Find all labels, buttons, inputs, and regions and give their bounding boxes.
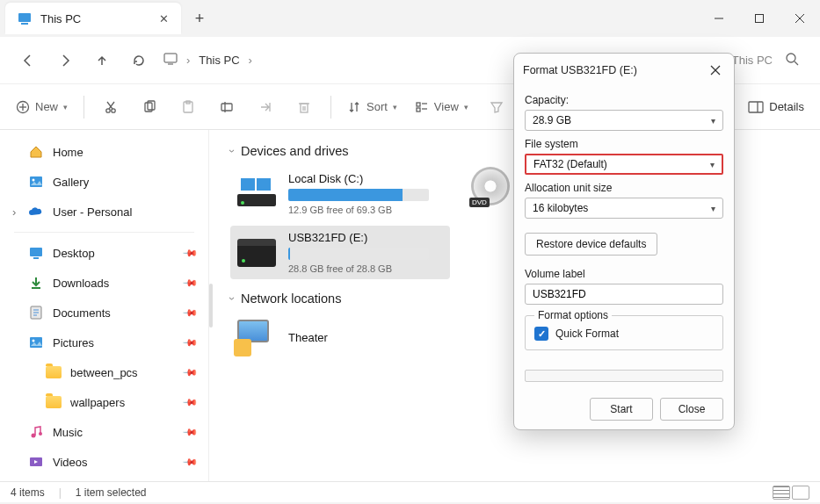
sidebar-item-pictures[interactable]: Pictures📌 bbox=[4, 328, 205, 357]
svg-point-34 bbox=[33, 179, 35, 182]
sidebar-item-wallpapers[interactable]: wallpapers📌 bbox=[4, 387, 205, 417]
cut-button[interactable] bbox=[93, 91, 128, 123]
chevron-down-icon: › bbox=[226, 297, 238, 300]
desktop-icon bbox=[28, 245, 44, 261]
tab-title: This PC bbox=[40, 12, 150, 25]
pictures-icon bbox=[28, 335, 44, 350]
svg-point-13 bbox=[106, 108, 110, 112]
usb-drive-icon bbox=[237, 239, 276, 267]
sidebar-item-music[interactable]: Music📌 bbox=[4, 417, 205, 447]
svg-point-45 bbox=[39, 432, 42, 436]
sidebar-item-home[interactable]: Home bbox=[4, 137, 205, 167]
volume-label-input[interactable] bbox=[525, 284, 723, 305]
breadcrumb-this-pc[interactable]: This PC bbox=[199, 54, 239, 67]
folder-icon bbox=[46, 364, 62, 380]
sidebar-item-between-pcs[interactable]: between_pcs📌 bbox=[4, 357, 205, 387]
sidebar-item-gallery[interactable]: Gallery bbox=[4, 167, 205, 197]
svg-rect-31 bbox=[749, 102, 763, 112]
svg-line-9 bbox=[795, 61, 798, 65]
svg-point-48 bbox=[241, 201, 244, 205]
view-grid-icon[interactable] bbox=[792, 486, 809, 500]
svg-rect-35 bbox=[30, 248, 42, 256]
chevron-down-icon: ▾ bbox=[710, 160, 715, 169]
sidebar-item-desktop[interactable]: Desktop📌 bbox=[4, 238, 205, 268]
storage-bar bbox=[288, 248, 429, 260]
pin-icon: 📌 bbox=[181, 423, 198, 440]
storage-bar bbox=[288, 189, 429, 201]
delete-button bbox=[287, 91, 322, 123]
pin-icon: 📌 bbox=[181, 304, 198, 320]
media-device-icon bbox=[237, 320, 276, 355]
forward-button[interactable] bbox=[47, 43, 83, 78]
maximize-button[interactable] bbox=[739, 0, 780, 37]
sidebar-item-documents[interactable]: Documents📌 bbox=[4, 298, 205, 328]
format-options-group: Format options Quick Format bbox=[525, 315, 723, 350]
svg-rect-28 bbox=[417, 108, 420, 112]
tab-close-icon[interactable]: ✕ bbox=[159, 12, 169, 25]
svg-point-14 bbox=[112, 108, 115, 112]
drive-local-c[interactable]: Local Disk (C:) 12.9 GB free of 69.3 GB bbox=[230, 167, 450, 220]
sidebar-item-downloads[interactable]: Downloads📌 bbox=[4, 268, 205, 298]
dialog-close-button[interactable] bbox=[706, 61, 725, 80]
gallery-icon bbox=[28, 174, 44, 190]
svg-rect-0 bbox=[18, 13, 31, 22]
svg-rect-27 bbox=[417, 103, 420, 106]
network-theater[interactable]: Theater bbox=[230, 314, 450, 360]
svg-rect-33 bbox=[30, 176, 42, 187]
filter-button bbox=[479, 91, 514, 123]
svg-rect-42 bbox=[30, 337, 42, 348]
this-pc-icon bbox=[18, 11, 32, 25]
search-icon[interactable] bbox=[774, 52, 809, 69]
pin-icon: 📌 bbox=[181, 274, 198, 291]
sort-button[interactable]: Sort▾ bbox=[340, 91, 404, 123]
format-progress bbox=[525, 370, 723, 382]
paste-button bbox=[171, 91, 206, 123]
windows-drive-icon bbox=[237, 176, 276, 208]
svg-rect-49 bbox=[241, 178, 255, 191]
rename-button[interactable] bbox=[209, 91, 244, 123]
sidebar: Home Gallery User - Personal Desktop📌 Do… bbox=[0, 130, 209, 481]
new-button[interactable]: New ▾ bbox=[9, 91, 75, 123]
tab-this-pc[interactable]: This PC ✕ bbox=[5, 3, 181, 34]
volume-label-label: Volume label bbox=[525, 268, 723, 280]
pin-icon: 📌 bbox=[181, 244, 198, 261]
close-button[interactable]: Close bbox=[660, 398, 723, 421]
filesystem-select[interactable]: FAT32 (Default)▾ bbox=[525, 154, 723, 175]
allocation-select[interactable]: 16 kilobytes▾ bbox=[525, 198, 723, 219]
minimize-button[interactable] bbox=[699, 0, 739, 37]
start-button[interactable]: Start bbox=[590, 398, 653, 421]
pin-icon: 📌 bbox=[181, 393, 198, 410]
dvd-drive-icon[interactable]: DVD bbox=[471, 167, 510, 205]
copy-button[interactable] bbox=[132, 91, 167, 123]
quick-format-checkbox[interactable]: Quick Format bbox=[534, 327, 714, 341]
svg-rect-23 bbox=[301, 104, 308, 112]
allocation-label: Allocation unit size bbox=[525, 182, 723, 194]
sidebar-item-videos[interactable]: Videos📌 bbox=[4, 447, 205, 477]
capacity-select[interactable]: 28.9 GB▾ bbox=[525, 110, 723, 131]
pin-icon: 📌 bbox=[181, 334, 198, 350]
details-pane-button[interactable]: Details bbox=[741, 91, 811, 123]
dialog-title: Format USB321FD (E:) bbox=[523, 64, 706, 76]
view-button[interactable]: View▾ bbox=[408, 91, 475, 123]
svg-rect-36 bbox=[33, 257, 39, 259]
up-button[interactable] bbox=[84, 43, 120, 78]
svg-point-8 bbox=[787, 54, 795, 62]
close-window-button[interactable] bbox=[780, 0, 820, 37]
svg-rect-1 bbox=[21, 23, 28, 25]
back-button[interactable] bbox=[11, 43, 46, 78]
folder-icon bbox=[46, 394, 62, 410]
view-list-icon[interactable] bbox=[773, 486, 790, 500]
titlebar: This PC ✕ + bbox=[0, 0, 820, 37]
new-tab-button[interactable]: + bbox=[181, 10, 218, 28]
onedrive-icon bbox=[28, 204, 44, 220]
downloads-icon bbox=[28, 275, 44, 291]
documents-icon bbox=[28, 305, 44, 320]
status-selected: 1 item selected bbox=[76, 486, 147, 499]
svg-rect-3 bbox=[756, 15, 764, 23]
restore-defaults-button[interactable]: Restore device defaults bbox=[525, 233, 657, 256]
svg-rect-6 bbox=[164, 54, 177, 62]
drive-usb-e[interactable]: USB321FD (E:) 28.8 GB free of 28.8 GB bbox=[230, 226, 450, 279]
svg-rect-21 bbox=[221, 104, 232, 111]
refresh-button[interactable] bbox=[121, 43, 156, 78]
sidebar-item-user[interactable]: User - Personal bbox=[4, 197, 205, 227]
